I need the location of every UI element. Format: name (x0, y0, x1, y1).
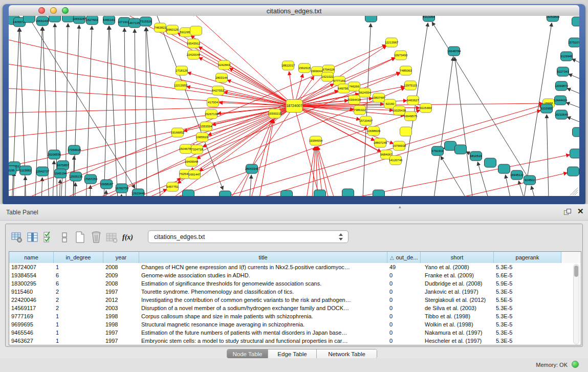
table-cell[interactable]: 18300295 (9, 279, 54, 288)
table-cell[interactable]: Estimation of the future numbers of pati… (139, 329, 387, 337)
table-cell[interactable]: 2008 (103, 263, 139, 271)
graph-edge[interactable] (146, 28, 147, 196)
table-cell[interactable]: 5.3E-5 (494, 288, 561, 296)
table-cell[interactable]: 6 (54, 279, 103, 288)
graph-edge[interactable] (135, 29, 137, 196)
graph-edge[interactable] (199, 47, 294, 106)
graph-edge[interactable] (120, 194, 121, 196)
table-cell[interactable]: 1 (54, 312, 103, 320)
graph-node[interactable] (49, 16, 61, 22)
select-all-icon[interactable] (40, 230, 56, 245)
graph-edge[interactable] (318, 146, 341, 196)
graph-edge[interactable] (110, 26, 119, 196)
table-cell[interactable]: 9777169 (9, 312, 54, 320)
graph-node[interactable] (373, 190, 385, 196)
graph-edge[interactable] (531, 186, 541, 196)
table-cell[interactable]: 5.3E-5 (494, 263, 561, 271)
graph-edge[interactable] (455, 57, 475, 196)
float-panel-icon[interactable] (564, 209, 572, 216)
graph-node[interactable] (220, 191, 231, 196)
table-cell[interactable]: Disruption of a novel member of a sodium… (139, 304, 387, 312)
table-cell[interactable]: 2003 (103, 304, 139, 312)
table-cell[interactable]: Hescheler et al. (1997) (421, 337, 494, 345)
network-window[interactable]: citations_edges.txt 14055724206914061065… (3, 4, 585, 204)
graph-edge[interactable] (431, 57, 453, 196)
table-cell[interactable]: 5.3E-5 (494, 329, 561, 337)
table-cell[interactable]: 2008 (103, 279, 139, 288)
tab-edge-table[interactable]: Edge Table (268, 349, 317, 358)
table-cell[interactable]: 5.9E-5 (494, 279, 561, 288)
graph-node[interactable] (400, 127, 412, 136)
table-cell[interactable]: 18724007 (9, 263, 54, 271)
table-cell[interactable]: 22420046 (9, 296, 54, 304)
close-panel-icon[interactable]: ✕ (577, 207, 584, 216)
table-cell[interactable]: 1998 (103, 312, 139, 320)
table-cell[interactable]: 5.6E-5 (494, 271, 561, 279)
table-cell[interactable]: Structural magnetic resonance image aver… (139, 320, 387, 329)
table-cell[interactable]: Changes of HCN gene expression and I(f) … (139, 263, 387, 271)
column-header-outde[interactable]: △out_de... (387, 252, 421, 263)
graph-node[interactable] (570, 149, 580, 158)
graph-edge[interactable] (569, 74, 579, 88)
graph-edge[interactable] (103, 26, 109, 196)
table-row[interactable]: 1456911722003Disruption of a novel membe… (9, 304, 581, 312)
graph-node[interactable] (24, 16, 35, 23)
graph-edge[interactable] (90, 185, 91, 196)
table-cell[interactable]: 5.3E-5 (494, 304, 561, 312)
network-canvas[interactable]: 1405572420691406106532871527602646616110… (9, 16, 579, 196)
table-cell[interactable]: 0 (387, 329, 421, 337)
table-cell[interactable]: Estimation of significance thresholds fo… (139, 279, 387, 288)
table-cell[interactable]: 0 (387, 320, 421, 329)
table-cell[interactable]: 0 (387, 296, 421, 304)
table-row[interactable]: 946554611997Estimation of the future num… (9, 329, 581, 337)
table-cell[interactable]: Stergiakouli et al. (2012) (421, 296, 494, 304)
table-cell[interactable]: 5.3E-5 (494, 320, 561, 329)
graph-edge[interactable] (248, 175, 251, 196)
table-cell[interactable]: 9115460 (9, 288, 54, 296)
table-cell[interactable]: 9465546 (9, 329, 54, 337)
graph-edge[interactable] (9, 106, 294, 138)
table-cell[interactable]: Wolkin et al. (1998) (421, 320, 494, 329)
graph-node[interactable] (485, 158, 496, 167)
table-cell[interactable]: 0 (387, 271, 421, 279)
graph-edge[interactable] (59, 180, 60, 196)
tab-network-table[interactable]: Network Table (317, 349, 377, 358)
table-cell[interactable]: 1 (54, 329, 103, 337)
table-cell[interactable]: 1997 (103, 288, 139, 296)
table-cell[interactable]: Yano et al. (2008) (421, 263, 494, 271)
table-cell[interactable]: Nakamura et al. (1997) (421, 329, 494, 337)
table-cell[interactable]: 1 (54, 320, 103, 329)
graph-node[interactable] (183, 190, 194, 196)
citation-graph[interactable]: 1405572420691406106532871527602646616110… (9, 16, 579, 196)
table-cell[interactable]: Investigating the contribution of common… (139, 296, 387, 304)
network-window-titlebar[interactable]: citations_edges.txt (9, 5, 579, 16)
table-select-dropdown[interactable]: citations_edges.txt (148, 230, 349, 243)
table-cell[interactable]: 2 (54, 296, 103, 304)
table-row[interactable]: 1830029562008Estimation of significance … (9, 279, 581, 288)
graph-edge[interactable] (441, 156, 480, 196)
table-cell[interactable]: Jankovic et al. (1997) (421, 288, 494, 296)
table-row[interactable]: 969969511998Structural magnetic resonanc… (9, 320, 581, 329)
delete-column-icon[interactable] (88, 230, 104, 245)
table-row[interactable]: 946362711997Embryonic stem cells: a mode… (9, 337, 581, 345)
graph-node[interactable] (572, 17, 580, 26)
table-cell[interactable]: Dudbridge et al. (2008) (421, 279, 494, 288)
table-cell[interactable]: Corpus callosum shape and size in male p… (139, 312, 387, 320)
graph-edge[interactable] (187, 73, 294, 106)
graph-node[interactable] (190, 26, 202, 35)
table-cell[interactable]: 9699695 (9, 320, 54, 329)
graph-node[interactable] (455, 145, 467, 154)
column-header-name[interactable]: name (9, 252, 54, 263)
graph-edge[interactable] (24, 177, 26, 196)
memory-status-icon[interactable] (572, 361, 579, 368)
graph-edge[interactable] (567, 89, 579, 103)
table-row[interactable]: 1938455462009Genome-wide association stu… (9, 271, 581, 279)
table-cell[interactable]: Tibbo et al. (1998) (421, 312, 494, 320)
graph-edge[interactable] (572, 59, 579, 73)
graph-edge[interactable] (124, 28, 126, 196)
graph-node[interactable] (573, 127, 580, 137)
table-vertical-scrollbar[interactable] (573, 264, 579, 344)
splitter-grip-icon[interactable]: ▴ (399, 204, 401, 209)
table-cell[interactable]: 14569117 (9, 304, 54, 312)
table-cell[interactable]: 6 (54, 271, 103, 279)
